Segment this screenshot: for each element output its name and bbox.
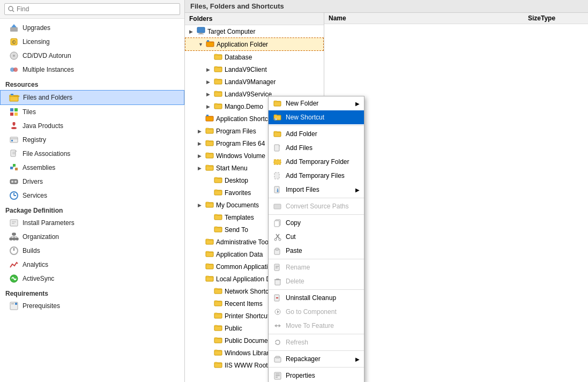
search-input[interactable] [4,3,180,15]
menu-item-add-folder[interactable]: Add Folder [269,127,364,141]
tree-expand[interactable]: ▶ [198,166,205,171]
menu-item-uninstall-cleanup[interactable]: Uninstall Cleanup [269,291,364,305]
paste-menu-icon [273,246,282,256]
main-area: Files, Folders and Shortcuts Folders ▶Ta… [185,0,588,382]
svg-rect-79 [214,363,222,368]
sidebar-item-services[interactable]: Services [0,189,184,203]
folder_add-menu-icon [273,129,282,139]
tree-item-label: Public [225,325,242,332]
submenu-arrow: ▶ [355,101,360,107]
sidebar-item-cd/dvd-autorun[interactable]: CD/DVD Autorun [0,49,184,63]
tree-item[interactable]: ▶LandaV9Client [185,63,324,76]
menu-item-add-temporary-files[interactable]: Add Temporary Files [269,169,364,183]
menu-item-repackager[interactable]: Repackager▶ [269,352,364,366]
folder-icon [205,249,214,259]
sidebar-item-tiles[interactable]: Tiles [0,105,184,119]
folder-icon [214,77,222,87]
tree-expand[interactable]: ▼ [198,42,206,47]
tree-expand[interactable]: ▶ [198,203,205,208]
menu-item-new-shortcut[interactable]: New Shortcut [269,110,364,124]
tree-item-label: My Documents [216,201,259,209]
svg-rect-56 [214,92,222,96]
svg-rect-57 [214,104,222,109]
tree-expand[interactable]: ▶ [206,92,214,97]
svg-rect-12 [10,113,13,116]
submenu-arrow: ▶ [355,187,360,193]
folder-icon [205,237,214,247]
svg-rect-104 [275,280,280,285]
menu-item-import-files[interactable]: Import Files▶ [269,183,364,197]
sidebar-item-files-and-folders[interactable]: Files and Folders [0,90,184,105]
sidebar-label: Services [23,192,47,199]
sidebar-label: Upgrades [23,24,50,32]
tree-item[interactable]: Database [185,51,324,63]
svg-point-7 [13,68,18,72]
svg-rect-69 [206,239,213,244]
installparams-icon [9,218,19,228]
sidebar-item-upgrades[interactable]: Upgrades [0,21,184,35]
multiinstance-icon [9,64,19,75]
folder-icon [214,286,222,296]
tree-item[interactable]: ▶Target Computer [185,25,324,38]
sidebar-item-drivers[interactable]: Drivers [0,175,184,189]
tree-item[interactable]: ▶LandaV9Manager [185,76,324,88]
svg-rect-94 [274,221,279,227]
sidebar-item-builds[interactable]: Builds [0,244,184,258]
sidebar-label: Builds [23,247,40,254]
svg-rect-50 [198,34,204,34]
menu-item-label: New Shortcut [286,114,324,121]
sidebar-item-prerequisites[interactable]: Prerequisites [0,299,184,313]
menu-item-label: Add Temporary Files [286,172,345,179]
svg-marker-110 [277,310,279,313]
folder-icon [197,26,205,36]
tree-expand[interactable]: ▶ [198,153,205,159]
folder-icon [214,335,222,346]
sidebar-item-registry[interactable]: Registry [0,133,184,147]
services-icon [9,190,19,201]
tree-expand[interactable]: ▶ [206,104,214,109]
menu-item-go-to-component: Go to Component [269,305,364,319]
sidebar-label: Java Products [23,122,63,130]
sidebar-label: Assemblies [23,164,55,171]
tree-expand[interactable]: ▶ [206,67,214,72]
svg-rect-75 [214,313,222,318]
licensing-icon: © [9,36,19,47]
folder-icon [214,89,222,99]
tree-expand[interactable]: ▶ [198,141,205,146]
folder-icon [205,138,214,148]
svg-rect-22 [10,167,13,169]
tree-expand[interactable]: ▶ [189,29,197,34]
tree-expand[interactable]: ▶ [206,79,214,85]
menu-item-paste[interactable]: Paste [269,244,364,258]
svg-rect-59 [206,115,209,116]
svg-rect-0 [10,27,18,32]
menu-item-label: Refresh [286,339,308,346]
tree-expand[interactable]: ▶ [198,129,205,134]
menu-item-cut[interactable]: Cut [269,230,364,244]
tree-item[interactable]: ▼Application Folder [185,38,324,51]
svg-rect-100 [276,248,279,250]
svg-rect-116 [276,356,280,358]
sidebar-item-organization[interactable]: Organization [0,230,184,244]
sidebar-item-multiple-instances[interactable]: Multiple Instances [0,63,184,77]
menu-item-add-temporary-folder[interactable]: Add Temporary Folder [269,155,364,169]
folder-icon [205,126,214,136]
tree-item-label: Program Files [216,128,256,135]
svg-rect-24 [15,168,18,170]
menu-item-label: New Folder [286,100,318,107]
sidebar-item-licensing[interactable]: ©Licensing [0,35,184,49]
sidebar-item-activesync[interactable]: ActiveSync [0,272,184,286]
assemblies-icon [9,162,19,173]
sidebar-item-assemblies[interactable]: Assemblies [0,161,184,175]
svg-rect-80 [274,101,281,106]
sidebar-item-install-parameters[interactable]: Install Parameters [0,216,184,230]
menu-item-properties[interactable]: Properties [269,369,364,382]
menu-item-add-files[interactable]: Add Files [269,141,364,155]
folder-icon [214,323,222,333]
menu-item-new-folder[interactable]: New Folder▶ [269,96,364,110]
menu-item-copy[interactable]: Copy [269,216,364,230]
sidebar-item-analytics[interactable]: Analytics [0,258,184,272]
menu-item-refresh: Refresh [269,335,364,349]
sidebar-item-file-associations[interactable]: File Associations [0,147,184,161]
sidebar-item-java-products[interactable]: Java Products [0,119,184,133]
